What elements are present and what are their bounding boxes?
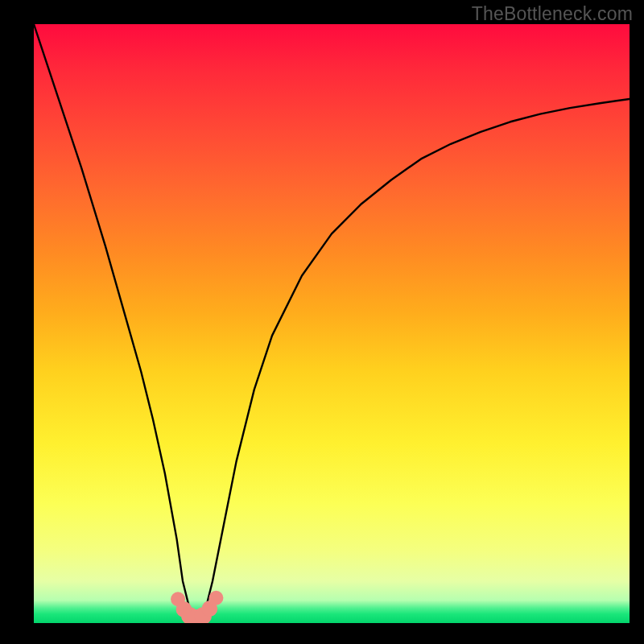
plot-area [34, 24, 630, 623]
chart-frame: TheBottleneck.com [0, 0, 644, 644]
curve-line [34, 24, 630, 620]
curve-markers [171, 591, 223, 623]
marker-dot [208, 591, 223, 605]
attribution-text: TheBottleneck.com [472, 3, 633, 25]
chart-overlay [34, 24, 630, 623]
